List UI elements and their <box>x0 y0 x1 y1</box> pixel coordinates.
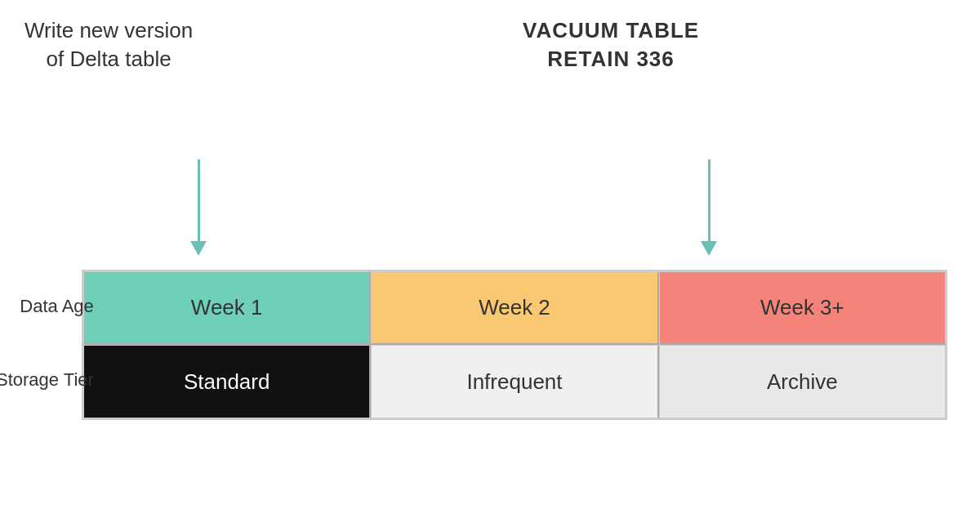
week1-storage-cell: Standard <box>83 345 371 418</box>
left-arrow-line <box>198 159 200 241</box>
week2-storage-cell: Infrequent <box>371 345 658 418</box>
storage-tier-label: Storage Tier <box>0 343 102 417</box>
diagram-container: Write new version of Delta table VACUUM … <box>0 0 980 505</box>
right-arrow <box>701 159 717 256</box>
left-annotation-line1: Write new version <box>24 18 193 42</box>
right-annotation-line1: VACUUM TABLE <box>523 18 699 42</box>
right-arrow-head <box>701 241 717 256</box>
right-annotation: VACUUM TABLE RETAIN 336 <box>523 16 699 74</box>
week3-storage-cell: Archive <box>659 345 946 418</box>
storage-tier-row: Standard Infrequent Archive <box>83 345 946 418</box>
data-age-row: Week 1 Week 2 Week 3+ <box>83 271 946 345</box>
right-arrow-line <box>708 159 710 241</box>
week2-data-cell: Week 2 <box>371 271 658 345</box>
week3-data-cell: Week 3+ <box>659 271 946 345</box>
left-annotation-line2: of Delta table <box>46 47 171 71</box>
left-annotation: Write new version of Delta table <box>24 16 193 74</box>
left-arrow-head <box>190 241 207 256</box>
row-labels: Data Age Storage Tier <box>0 270 102 417</box>
left-arrow <box>190 159 207 256</box>
week1-data-cell: Week 1 <box>83 271 371 345</box>
right-annotation-line2: RETAIN 336 <box>547 47 674 71</box>
grid-wrapper: Data Age Storage Tier Week 1 Week 2 Week… <box>82 270 947 420</box>
data-age-label: Data Age <box>0 270 102 343</box>
grid-table: Week 1 Week 2 Week 3+ Standard Infrequen… <box>82 270 947 420</box>
